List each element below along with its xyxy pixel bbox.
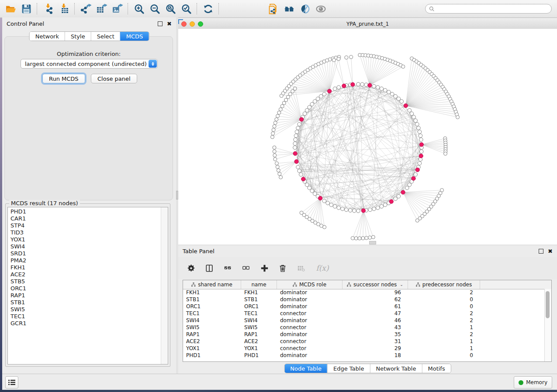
cell[interactable]: connector: [277, 338, 343, 345]
table-row-ORC1[interactable]: ORC1ORC1dominator610: [183, 303, 545, 310]
cell[interactable]: 43: [343, 324, 408, 331]
export-network-button[interactable]: [80, 3, 92, 15]
network-window-titlebar[interactable]: YPA_prune.txt_1: [178, 19, 557, 29]
cell[interactable]: 0: [408, 352, 480, 359]
table-row-PHD1[interactable]: PHD1PHD1dominator180: [183, 352, 545, 359]
network-graph-canvas[interactable]: [178, 29, 557, 244]
column-header-shared-name[interactable]: shared name: [183, 280, 241, 289]
tab-select[interactable]: Select: [91, 32, 120, 41]
cell[interactable]: YOX1: [183, 345, 241, 352]
mcds-result-item[interactable]: SWI5: [8, 306, 161, 313]
cell[interactable]: connector: [277, 345, 343, 352]
share-document-button[interactable]: [267, 3, 280, 15]
mcds-result-item[interactable]: SWI4: [8, 243, 161, 250]
dominator-node[interactable]: [293, 151, 297, 155]
table-tab-network-table[interactable]: Network Table: [370, 364, 422, 373]
cell[interactable]: 1: [408, 345, 480, 352]
dominator-node[interactable]: [351, 83, 355, 86]
cell[interactable]: STB1: [183, 296, 241, 303]
search-box[interactable]: [425, 4, 552, 14]
import-network-button[interactable]: [42, 3, 54, 15]
cell[interactable]: 2: [408, 331, 480, 338]
mcds-result-item[interactable]: YOX1: [8, 236, 161, 243]
table-row-FKH1[interactable]: FKH1FKH1dominator962: [183, 289, 545, 296]
table-row-YOX1[interactable]: YOX1YOX1connector291: [183, 345, 545, 352]
table-scrollbar-thumb[interactable]: [546, 291, 550, 318]
cell[interactable]: 2: [408, 310, 480, 317]
table-tab-node-table[interactable]: Node Table: [284, 364, 327, 373]
memory-button[interactable]: Memory: [514, 376, 552, 389]
maximize-window-button[interactable]: [198, 21, 203, 27]
cell[interactable]: FKH1: [241, 289, 277, 296]
mcds-result-item[interactable]: FKH1: [8, 264, 161, 271]
run-mcds-button[interactable]: Run MCDS: [42, 74, 85, 83]
cell[interactable]: RAP1: [241, 331, 277, 338]
dominator-node[interactable]: [404, 104, 408, 108]
cell[interactable]: TEC1: [183, 310, 241, 317]
select-all-button[interactable]: [223, 263, 232, 273]
cell[interactable]: dominator: [277, 352, 343, 359]
float-table-panel-icon[interactable]: [539, 249, 543, 254]
table-tab-motifs[interactable]: Motifs: [422, 364, 450, 373]
dominator-node[interactable]: [294, 160, 298, 164]
cell[interactable]: 0: [408, 296, 480, 303]
tab-network[interactable]: Network: [30, 32, 65, 41]
cell[interactable]: SWI4: [183, 317, 241, 324]
cell[interactable]: 18: [343, 352, 408, 359]
cell[interactable]: PHD1: [241, 352, 277, 359]
table-tab-edge-table[interactable]: Edge Table: [327, 364, 370, 373]
table-row-SWI5[interactable]: SWI5SWI5connector431: [183, 324, 545, 331]
dominator-node[interactable]: [419, 143, 423, 147]
zoom-selected-button[interactable]: [180, 3, 192, 15]
overview-home-button[interactable]: [283, 3, 295, 15]
cell[interactable]: ORC1: [241, 303, 277, 310]
dominator-node[interactable]: [328, 89, 332, 93]
cell[interactable]: dominator: [277, 317, 343, 324]
close-panel-button[interactable]: Close panel: [91, 74, 137, 83]
mcds-result-item[interactable]: CAR1: [8, 215, 161, 222]
import-table-button[interactable]: [58, 3, 70, 15]
cell[interactable]: 2: [408, 317, 480, 324]
mcds-result-item[interactable]: SRD1: [8, 250, 161, 257]
deselect-all-button[interactable]: [241, 263, 251, 273]
close-table-panel-icon[interactable]: ✖: [548, 249, 553, 253]
mcds-result-item[interactable]: TID3: [8, 229, 161, 236]
cell[interactable]: 61: [343, 303, 408, 310]
dominator-node[interactable]: [342, 84, 346, 88]
dominator-node[interactable]: [301, 177, 305, 181]
float-panel-icon[interactable]: [158, 21, 163, 26]
mcds-result-item[interactable]: RAP1: [8, 292, 161, 299]
mcds-result-item[interactable]: STB5: [8, 278, 161, 285]
cell[interactable]: dominator: [277, 303, 343, 310]
refresh-layout-button[interactable]: [202, 3, 214, 15]
mcds-result-item[interactable]: TEC1: [8, 313, 161, 320]
table-row-ACE2[interactable]: ACE2ACE2connector311: [183, 338, 545, 345]
dominator-node[interactable]: [415, 168, 419, 172]
tab-style[interactable]: Style: [65, 32, 91, 41]
cell[interactable]: 96: [343, 289, 408, 296]
cell[interactable]: dominator: [277, 296, 343, 303]
search-input[interactable]: [437, 4, 551, 13]
cell[interactable]: 1: [408, 338, 480, 345]
minimize-window-button[interactable]: [190, 21, 195, 27]
mcds-result-item[interactable]: PHD1: [8, 208, 161, 215]
dominator-node[interactable]: [419, 154, 423, 158]
cell[interactable]: SWI4: [241, 317, 277, 324]
column-header-MCDS-role[interactable]: MCDS role: [277, 280, 343, 289]
close-panel-icon[interactable]: ✖: [167, 22, 172, 26]
horizontal-splitter-handle[interactable]: [369, 241, 376, 244]
criterion-dropdown[interactable]: largest connected component (undirected): [21, 59, 158, 69]
task-history-button[interactable]: [5, 376, 18, 389]
cell[interactable]: connector: [277, 310, 343, 317]
export-image-button[interactable]: [111, 3, 123, 15]
column-header-predecessor-nodes[interactable]: predecessor nodes: [408, 280, 480, 289]
cell[interactable]: 2: [408, 289, 480, 296]
mcds-result-list[interactable]: PHD1CAR1STP4TID3YOX1SWI4SRD1PMA2FKH1ACE2…: [7, 207, 168, 364]
table-row-RAP1[interactable]: RAP1RAP1dominator352: [183, 331, 545, 338]
tab-mcds[interactable]: MCDS: [120, 32, 149, 41]
cell[interactable]: 31: [343, 338, 408, 345]
zoom-out-button[interactable]: [149, 3, 161, 15]
cell[interactable]: 0: [408, 303, 480, 310]
cell[interactable]: RAP1: [183, 331, 241, 338]
table-row-SWI4[interactable]: SWI4SWI4dominator462: [183, 317, 545, 324]
